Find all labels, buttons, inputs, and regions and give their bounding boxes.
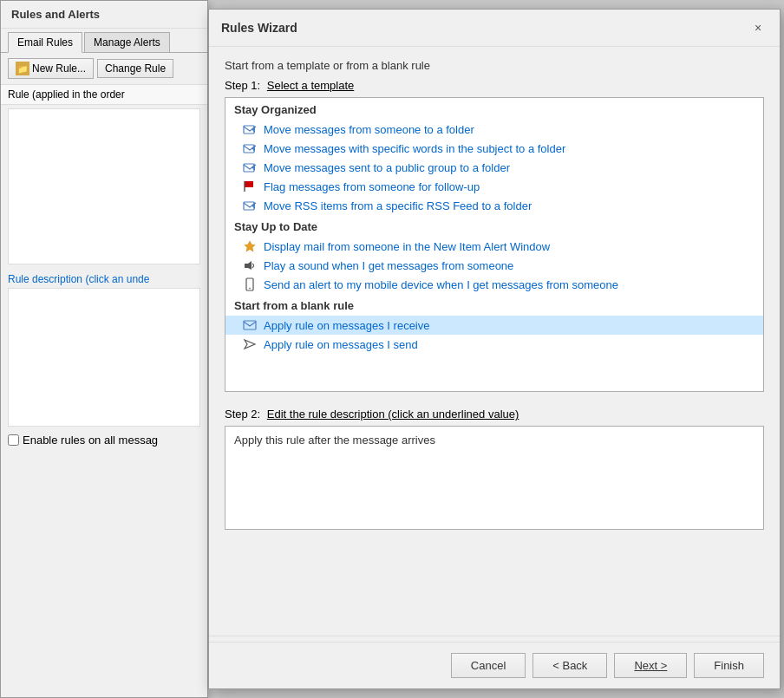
svg-point-13 xyxy=(249,288,251,290)
svg-rect-14 xyxy=(244,321,256,329)
item-text: Play a sound when I get messages from so… xyxy=(264,259,513,272)
list-item[interactable]: Move messages with specific words in the… xyxy=(225,139,763,158)
svg-marker-3 xyxy=(252,145,255,152)
next-button[interactable]: Next > xyxy=(614,653,687,678)
rule-desc-label: Rule description (click an unde xyxy=(1,268,207,288)
wizard-intro-text: Start from a template or from a blank ru… xyxy=(225,59,764,72)
cancel-button[interactable]: Cancel xyxy=(451,653,526,678)
envelope-icon xyxy=(243,318,257,332)
svg-marker-1 xyxy=(252,126,255,133)
step2-description-box: Apply this rule after the message arrive… xyxy=(225,426,764,530)
flag-icon xyxy=(243,179,257,193)
bg-tabs-container: Email Rules Manage Alerts xyxy=(1,29,207,53)
rule-desc-content xyxy=(8,288,200,427)
close-button[interactable]: × xyxy=(748,18,768,37)
item-text: Display mail from someone in the New Ite… xyxy=(264,240,550,253)
group-blank-rule: Start from a blank rule xyxy=(225,294,763,316)
list-item[interactable]: Apply rule on messages I send xyxy=(225,335,763,354)
move-icon-2 xyxy=(243,141,257,155)
item-text: Move messages with specific words in the… xyxy=(264,142,565,155)
step2-label-line: Step 2: Edit the rule description (click… xyxy=(225,408,764,421)
template-selection-box[interactable]: Stay Organized Move messages from someon… xyxy=(225,97,764,392)
enable-rules-area: Enable rules on all messag xyxy=(1,427,207,453)
move-icon-3 xyxy=(243,160,257,174)
svg-rect-6 xyxy=(245,181,253,187)
next-rest: ext > xyxy=(643,659,668,672)
svg-marker-10 xyxy=(245,241,255,251)
move-icon-1 xyxy=(243,122,257,136)
finish-button[interactable]: Finish xyxy=(694,653,764,678)
rule-list-content xyxy=(8,108,200,264)
list-item[interactable]: Send an alert to my mobile device when I… xyxy=(225,275,763,294)
list-item[interactable]: Move RSS items from a specific RSS Feed … xyxy=(225,196,763,215)
new-rule-button[interactable]: 📁 New Rule... xyxy=(8,58,94,79)
sound-icon xyxy=(243,258,257,272)
item-text: Send an alert to my mobile device when I… xyxy=(264,278,618,291)
step1-prefix: Step 1: xyxy=(225,79,260,92)
list-item[interactable]: Move messages sent to a public group to … xyxy=(225,158,763,177)
group-stay-organized: Stay Organized xyxy=(225,98,763,120)
list-item[interactable]: Move messages from someone to a folder xyxy=(225,120,763,139)
item-text: Move RSS items from a specific RSS Feed … xyxy=(264,199,532,212)
tab-manage-alerts[interactable]: Manage Alerts xyxy=(84,32,170,52)
list-item[interactable]: Play a sound when I get messages from so… xyxy=(225,256,763,275)
enable-rules-checkbox[interactable] xyxy=(8,434,19,446)
tab-email-rules[interactable]: Email Rules xyxy=(8,32,82,53)
wizard-titlebar: Rules Wizard × xyxy=(209,10,780,47)
item-text: Move messages from someone to a folder xyxy=(264,123,474,136)
back-button[interactable]: < Back xyxy=(532,653,607,678)
mobile-icon xyxy=(243,277,257,291)
step2-prefix: Step 2: xyxy=(225,408,260,421)
group-stay-up-to-date: Stay Up to Date xyxy=(225,215,763,237)
list-item[interactable]: Flag messages from someone for follow-up xyxy=(225,177,763,196)
rules-wizard-dialog: Rules Wizard × Start from a template or … xyxy=(208,9,781,689)
svg-marker-15 xyxy=(245,340,255,349)
footer-divider xyxy=(209,636,780,636)
step2-underline: Edit the rule description (click an unde… xyxy=(267,408,519,421)
item-text: Flag messages from someone for follow-up xyxy=(264,180,480,193)
star-icon xyxy=(243,239,257,253)
wizard-footer: Cancel < Back Next > Finish xyxy=(209,642,780,688)
bg-window-title: Rules and Alerts xyxy=(1,1,207,29)
rules-and-alerts-window: Rules and Alerts Email Rules Manage Aler… xyxy=(0,0,208,698)
wizard-body: Start from a template or from a blank ru… xyxy=(209,47,780,554)
rule-list-header: Rule (applied in the order xyxy=(1,85,207,105)
svg-rect-11 xyxy=(245,264,248,268)
enable-rules-label: Enable rules on all messag xyxy=(23,434,158,447)
list-item[interactable]: Display mail from someone in the New Ite… xyxy=(225,237,763,256)
svg-marker-9 xyxy=(252,202,255,209)
move-icon-4 xyxy=(243,199,257,212)
change-rule-button[interactable]: Change Rule xyxy=(97,59,173,78)
bg-toolbar: 📁 New Rule... Change Rule xyxy=(1,53,207,85)
item-text: Apply rule on messages I receive xyxy=(264,319,429,332)
list-item[interactable]: Apply rule on messages I receive xyxy=(225,316,763,335)
step1-label-line: Step 1: Select a template xyxy=(225,79,764,92)
item-text: Apply rule on messages I send xyxy=(264,338,418,351)
step1-underline: Select a template xyxy=(267,79,354,92)
item-text: Move messages sent to a public group to … xyxy=(264,161,510,174)
step2-desc-text: Apply this rule after the message arrive… xyxy=(234,434,435,447)
send-icon xyxy=(243,337,257,351)
new-rule-icon: 📁 xyxy=(16,62,29,75)
wizard-title: Rules Wizard xyxy=(221,21,297,35)
next-underline: N xyxy=(634,659,642,672)
svg-marker-5 xyxy=(252,164,255,171)
